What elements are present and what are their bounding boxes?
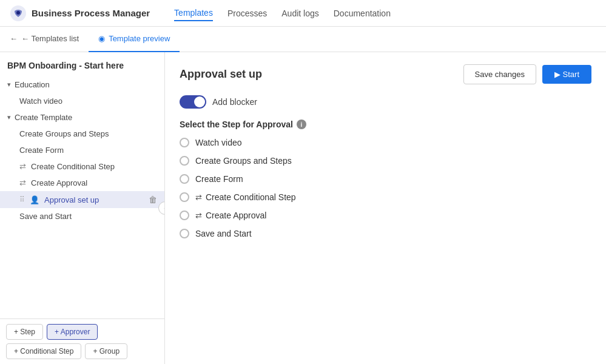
radio-circle-create-groups-steps [180, 156, 189, 166]
radio-item-watch-video[interactable]: Watch video [180, 138, 591, 147]
create-approval-label: Create Approval [31, 178, 87, 187]
radio-label-save-and-start: Save and Start [195, 229, 252, 238]
toggle-knob [194, 96, 205, 107]
watch-video-label: Watch video [19, 96, 62, 106]
radio-circle-watch-video [180, 138, 189, 147]
radio-item-save-and-start[interactable]: Save and Start [180, 229, 591, 238]
tab-template-preview-label: Template preview [109, 34, 170, 43]
section-label-text: Select the Step for Approval [180, 120, 293, 129]
conditional-step-icon: ⇄ [195, 193, 202, 202]
approver-icon: 👤 [30, 195, 39, 204]
radio-label-create-conditional-step: ⇄ Create Conditional Step [195, 192, 296, 202]
main-content: Approval set up Save changes ▶ Start Add… [165, 52, 606, 364]
radio-circle-save-and-start [180, 229, 189, 238]
radio-text-watch-video: Watch video [195, 138, 242, 147]
create-groups-steps-label: Create Groups and Steps [19, 129, 109, 138]
radio-label-watch-video: Watch video [195, 138, 242, 147]
page-title: Approval set up [180, 68, 262, 81]
radio-text-save-and-start: Save and Start [195, 229, 252, 238]
radio-label-create-form: Create Form [195, 174, 243, 184]
add-blocker-label: Add blocker [212, 97, 257, 107]
drag-handle-icon: ⠿ [19, 195, 25, 204]
top-nav: Business Process Manager Templates Proce… [0, 0, 606, 27]
radio-text-create-conditional-step: Create Conditional Step [206, 192, 296, 202]
tab-templates-list-label: ← Templates list [21, 34, 79, 43]
conditional-icon-2: ⇄ [19, 178, 26, 187]
start-button[interactable]: ▶ Start [542, 65, 591, 84]
sidebar-item-watch-video[interactable]: Watch video [0, 93, 164, 109]
sidebar-item-create-groups-steps[interactable]: Create Groups and Steps [0, 126, 164, 142]
chevron-down-icon: ▾ [7, 81, 11, 89]
conditional-icon-1: ⇄ [19, 162, 26, 171]
brand-icon [10, 5, 27, 22]
radio-item-create-groups-steps[interactable]: Create Groups and Steps [180, 156, 591, 166]
nav-templates[interactable]: Templates [174, 5, 213, 21]
sidebar-item-create-conditional-step[interactable]: ⇄ Create Conditional Step [0, 158, 164, 175]
info-icon[interactable]: i [297, 120, 306, 129]
add-conditional-step-button[interactable]: + Conditional Step [6, 343, 81, 359]
sidebar-item-create-form[interactable]: Create Form [0, 142, 164, 158]
radio-circle-create-conditional-step [180, 192, 189, 202]
radio-text-create-approval: Create Approval [206, 211, 266, 220]
tree-group-education: ▾ Education Watch video [0, 76, 164, 109]
tab-templates-list[interactable]: ← ← Templates list [0, 27, 89, 52]
tree-group-header-education[interactable]: ▾ Education [0, 76, 164, 93]
add-blocker-toggle[interactable] [180, 95, 206, 109]
main-header: Approval set up Save changes ▶ Start [180, 64, 591, 84]
approval-set-up-label: Approval set up [44, 195, 99, 204]
create-conditional-step-label: Create Conditional Step [31, 162, 115, 171]
tab-bar: ← ← Templates list ◉ Template preview [0, 27, 606, 52]
section-label: Select the Step for Approval i [180, 120, 591, 129]
radio-circle-create-approval [180, 211, 189, 220]
sidebar-item-save-and-start[interactable]: Save and Start [0, 208, 164, 224]
approval-icon: ⇄ [195, 211, 202, 220]
group-label-education: Education [15, 80, 50, 89]
back-arrow-icon: ← [10, 34, 18, 43]
radio-text-create-groups-steps: Create Groups and Steps [195, 156, 292, 166]
radio-label-create-groups-steps: Create Groups and Steps [195, 156, 292, 166]
radio-circle-create-form [180, 174, 189, 184]
save-and-start-label: Save and Start [19, 212, 72, 221]
toggle-row: Add blocker [180, 95, 591, 109]
eye-icon: ◉ [98, 34, 105, 43]
sidebar-item-create-approval[interactable]: ⇄ Create Approval [0, 175, 164, 191]
save-changes-button[interactable]: Save changes [463, 64, 536, 84]
sidebar: BPM Onboarding - Start here ▾ Education … [0, 52, 165, 364]
sidebar-actions: + Step + Approver + Conditional Step + G… [0, 318, 164, 364]
radio-label-create-approval: ⇄ Create Approval [195, 211, 266, 220]
brand-name: Business Process Manager [32, 8, 150, 18]
svg-point-1 [16, 11, 20, 15]
delete-icon[interactable]: 🗑 [149, 195, 157, 204]
add-group-button[interactable]: + Group [85, 343, 127, 359]
sidebar-title: BPM Onboarding - Start here [0, 52, 164, 76]
chevron-down-icon-2: ▾ [7, 113, 11, 121]
tree-group-create-template: ▾ Create Template Create Groups and Step… [0, 109, 164, 224]
nav-processes[interactable]: Processes [227, 6, 267, 21]
add-approver-button[interactable]: + Approver [47, 324, 98, 340]
tree-group-header-create-template[interactable]: ▾ Create Template [0, 109, 164, 126]
layout: BPM Onboarding - Start here ▾ Education … [0, 52, 606, 364]
radio-item-create-conditional-step[interactable]: ⇄ Create Conditional Step [180, 192, 591, 202]
radio-text-create-form: Create Form [195, 174, 243, 184]
brand: Business Process Manager [10, 5, 150, 22]
group-label-create-template: Create Template [15, 113, 72, 122]
create-form-label: Create Form [19, 146, 64, 155]
radio-item-create-form[interactable]: Create Form [180, 174, 591, 184]
tab-template-preview[interactable]: ◉ Template preview [89, 27, 180, 52]
add-step-button[interactable]: + Step [6, 324, 43, 340]
radio-list: Watch video Create Groups and Steps Crea… [180, 138, 591, 238]
nav-documentation[interactable]: Documentation [334, 6, 391, 21]
sidebar-item-approval-set-up[interactable]: ⠿ 👤 Approval set up 🗑 [0, 191, 164, 208]
header-actions: Save changes ▶ Start [463, 64, 591, 84]
sidebar-tree: ▾ Education Watch video ▾ Create Templat… [0, 76, 164, 318]
radio-item-create-approval[interactable]: ⇄ Create Approval [180, 211, 591, 220]
nav-audit-logs[interactable]: Audit logs [281, 6, 318, 21]
